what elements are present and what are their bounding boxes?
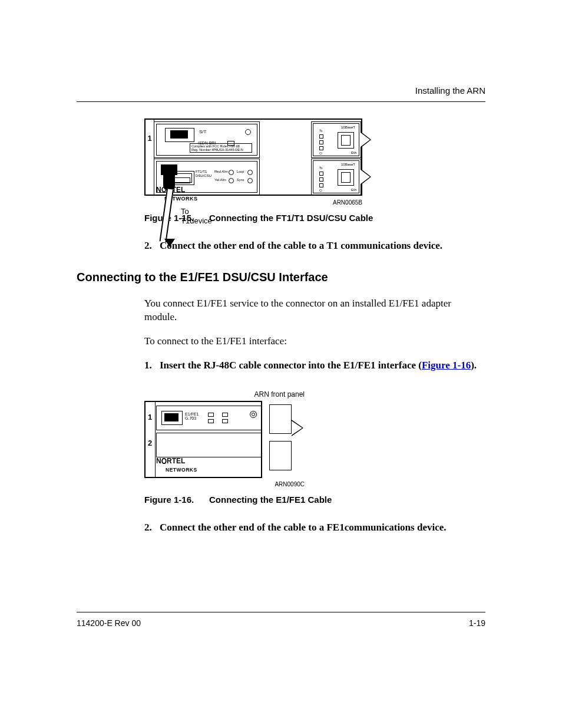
10baset-label: 10BaseT — [341, 163, 355, 166]
ft1-label: FT1/T1 DSU/CSU — [196, 170, 211, 177]
figure-1-16-link[interactable]: Figure 1-16 — [422, 360, 471, 371]
led-icon — [247, 170, 253, 175]
sync-label: Sync — [237, 178, 244, 182]
led-stack: Tx Cl — [319, 130, 323, 155]
running-header: Installing the ARN — [77, 85, 485, 95]
nortel-logo: NORTELNETWORKS — [156, 457, 197, 473]
paragraph-2: To connect to the E1/FE1 interface: — [144, 335, 485, 348]
led-group — [222, 412, 229, 425]
slot-number-2: 2 — [148, 439, 152, 447]
cutaway-arrow-icon — [292, 420, 303, 436]
step-2b: 2.Connect the other end of the cable to … — [144, 521, 485, 535]
led-icon — [229, 178, 234, 183]
figure-id: ARN0090C — [144, 481, 305, 487]
paragraph-1: You connect E1/FE1 service to the connec… — [144, 297, 485, 324]
red-alm-label: Red Alm — [214, 170, 228, 173]
cutaway-arrow-icon — [361, 169, 371, 185]
arn-front-panel-label: ARN front panel — [144, 390, 305, 398]
e1-label: E1/FE1 G.703 — [185, 412, 199, 421]
e1-module: E1/FE1 G.703 — [156, 406, 262, 430]
eth-label: Eth — [351, 151, 356, 154]
led-stack: Tx Cl — [319, 167, 323, 192]
fcc-compliance-label: Complies with FCC Rules Part 68 Reg. Num… — [190, 143, 252, 153]
header-rule — [77, 101, 485, 102]
st-label: S/T — [199, 129, 206, 134]
arrow-down-icon — [164, 239, 175, 247]
led-group — [207, 412, 214, 425]
eth-label: Eth — [351, 188, 356, 192]
screw-icon — [250, 411, 257, 418]
section-heading: Connecting to the E1/FE1 DSU/CSU Interfa… — [77, 271, 485, 284]
figure-1-16-caption: Figure 1-16.Connecting the E1/FE1 Cable — [144, 495, 485, 505]
e1-port — [161, 411, 183, 425]
slot-number-1: 1 — [148, 413, 152, 421]
doc-id: 114200-E Rev 00 — [77, 618, 141, 628]
step-1-text-b: ). — [471, 360, 477, 371]
10baset-card-2: 10BaseT Eth Tx Cl — [311, 159, 361, 195]
st-port — [165, 128, 194, 142]
figure-1-15: 1 S/T ISDN BRI Complies with FCC Rules P… — [144, 118, 485, 223]
led-icon — [247, 178, 253, 183]
side-panel — [269, 404, 292, 434]
rj45-port — [338, 132, 354, 149]
page-number: 1-19 — [469, 618, 485, 628]
step-2a: 2.Connect the other end of the cable to … — [144, 239, 485, 253]
slot-number-1: 1 — [147, 134, 151, 143]
to-t1-device-label: To T1device — [181, 207, 212, 225]
cable-illustration — [156, 157, 181, 234]
led-icon — [245, 129, 251, 135]
rj45-port — [338, 169, 354, 186]
yel-alm-label: Yel Alm — [214, 178, 226, 182]
step-1: 1. Insert the RJ-48C cable connector int… — [144, 359, 485, 373]
10baset-card-1: 10BaseT Eth Tx Cl — [311, 121, 361, 158]
device-chassis: 1 2 E1/FE1 G.703 NORTELNETWORKS — [144, 401, 262, 478]
step-1-text-a: Insert the RJ-48C cable connector into t… — [160, 360, 422, 371]
cutaway-arrow-icon — [361, 131, 371, 148]
loop-label: Loop — [237, 170, 244, 173]
page-footer: 114200-E Rev 00 1-19 — [77, 612, 485, 628]
isdn-module: S/T ISDN BRI Complies with FCC Rules Par… — [154, 121, 260, 158]
figure-1-16: ARN front panel 1 2 E1/FE1 G.703 — [144, 390, 485, 505]
side-panel — [269, 441, 292, 470]
empty-slot — [156, 433, 262, 457]
led-icon — [229, 170, 234, 175]
10baset-label: 10BaseT — [341, 126, 355, 129]
